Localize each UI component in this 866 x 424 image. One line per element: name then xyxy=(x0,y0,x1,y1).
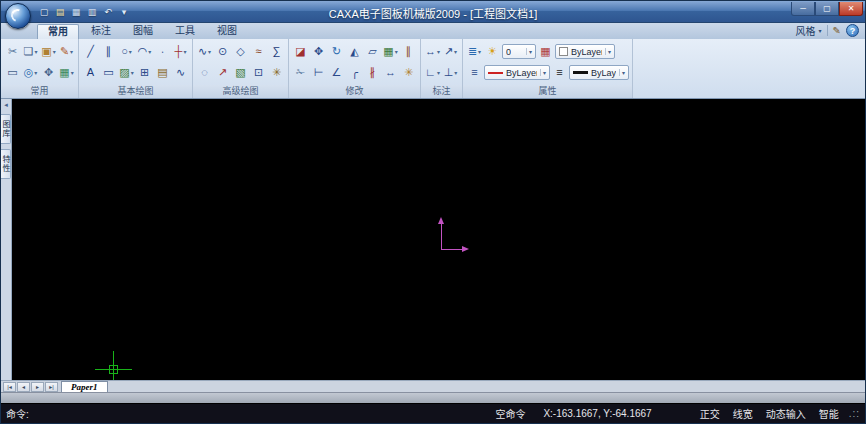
linetype-button[interactable]: ≡ xyxy=(466,63,483,82)
datum-dropdown-icon: ▾ xyxy=(454,69,457,76)
polyline-button[interactable]: ∿ xyxy=(172,63,189,82)
ucs-y-axis xyxy=(441,223,442,249)
table-icon: ⊞ xyxy=(140,67,149,78)
arc-dropdown-icon: ▾ xyxy=(148,48,151,55)
arrow-button[interactable]: ↗ xyxy=(214,63,231,82)
text-button[interactable]: A xyxy=(82,63,99,82)
arc-button[interactable]: ◠▾ xyxy=(136,42,153,61)
hatch-button[interactable]: ▨▾ xyxy=(118,63,135,82)
color-combo[interactable]: ByLayer▾ xyxy=(555,44,615,59)
help-button[interactable]: ? xyxy=(846,24,859,37)
block-button[interactable]: ▤ xyxy=(154,63,171,82)
leader-button[interactable]: ↗▾ xyxy=(442,42,459,61)
print-button[interactable]: ▥ xyxy=(85,4,99,19)
layer-combo[interactable]: 0▾ xyxy=(502,44,536,59)
first-sheet-button[interactable]: |◂ xyxy=(3,382,16,392)
prev-sheet-button[interactable]: ◂ xyxy=(17,382,30,392)
cut-button[interactable]: ✂ xyxy=(4,42,21,61)
next-sheet-button[interactable]: ▸ xyxy=(31,382,44,392)
scale-button[interactable]: ▱ xyxy=(364,42,381,61)
panel-collapse-icon[interactable]: ◂ xyxy=(4,101,8,109)
ribbon-tab-标注[interactable]: 标注 xyxy=(81,24,121,39)
centerline-button[interactable]: ┼▾ xyxy=(172,42,189,61)
mirror-button[interactable]: ◭ xyxy=(346,42,363,61)
copy-button[interactable]: ❏▾ xyxy=(22,42,39,61)
contour-icon: ◌ xyxy=(201,67,208,78)
zoom-button[interactable]: ◎▾ xyxy=(22,63,39,82)
offset-button[interactable]: ∥ xyxy=(400,42,417,61)
ole-object-button[interactable]: ⊡ xyxy=(250,63,267,82)
qat-menu-button[interactable]: ▾ xyxy=(117,4,131,19)
datum-button[interactable]: ⊥▾ xyxy=(442,63,459,82)
stretch-button[interactable]: ↔ xyxy=(382,63,399,82)
polygon-button[interactable]: ◇ xyxy=(232,42,249,61)
chamfer-button[interactable]: ∠ xyxy=(328,63,345,82)
centerline-dropdown-icon: ▾ xyxy=(183,48,186,55)
erase-button[interactable]: ◪ xyxy=(292,42,309,61)
drawing-canvas[interactable] xyxy=(12,99,865,380)
undo-button[interactable]: ↶ xyxy=(101,4,115,19)
close-button[interactable]: ✕ xyxy=(839,2,863,16)
pan-button[interactable]: ✥ xyxy=(40,63,57,82)
trim-icon: ✁ xyxy=(296,67,305,78)
break-button[interactable]: ∦ xyxy=(364,63,381,82)
parallel-line-button[interactable]: ∥ xyxy=(100,42,117,61)
status-toggle-智能[interactable]: 智能 xyxy=(819,406,839,421)
move-button[interactable]: ✥ xyxy=(310,42,327,61)
layer-bulb-button[interactable]: ☀ xyxy=(484,42,501,61)
linetype-combo[interactable]: ByLayer▾ xyxy=(484,65,550,80)
group-row: ╱∥○▾◠▾∙┼▾ xyxy=(82,42,189,61)
spline-button[interactable]: ∿▾ xyxy=(196,42,213,61)
rectangle-button[interactable]: ▭ xyxy=(100,63,117,82)
maximize-button[interactable]: ▢ xyxy=(815,2,839,16)
new-button[interactable]: ▢ xyxy=(37,4,51,19)
rotate-button[interactable]: ↻ xyxy=(328,42,345,61)
lineweight-button[interactable]: ≡ xyxy=(551,63,568,82)
circle-button[interactable]: ○▾ xyxy=(118,42,135,61)
line-button[interactable]: ╱ xyxy=(82,42,99,61)
side-tab-特性[interactable]: 特性 xyxy=(1,149,11,179)
group-row: A▭▨▾⊞▤∿ xyxy=(82,63,189,82)
sheet-tab-Paper1[interactable]: Paper1 xyxy=(61,381,108,393)
ribbon-tab-视图[interactable]: 视图 xyxy=(207,24,247,39)
format-brush-button[interactable]: ✎▾ xyxy=(58,42,75,61)
select-button[interactable]: ▭ xyxy=(4,63,21,82)
point-button[interactable]: ∙ xyxy=(154,42,171,61)
display-button[interactable]: ▦▾ xyxy=(58,63,75,82)
image-button[interactable]: ▧ xyxy=(232,63,249,82)
wave-line-button[interactable]: ≈ xyxy=(250,42,267,61)
status-toggle-正交[interactable]: 正交 xyxy=(700,406,720,421)
resize-grip[interactable]: .:: xyxy=(849,408,860,419)
style-dropdown[interactable]: 风格 ▾ xyxy=(796,23,822,38)
ribbon-tab-工具[interactable]: 工具 xyxy=(165,24,205,39)
app-menu-button[interactable] xyxy=(5,3,31,29)
coordinate-dimension-button[interactable]: ∟▾ xyxy=(424,63,441,82)
color-palette-button[interactable]: ▦ xyxy=(537,42,554,61)
status-toggle-动态输入[interactable]: 动态输入 xyxy=(766,406,806,421)
extend-button[interactable]: ⊢ xyxy=(310,63,327,82)
ribbon-tab-图幅[interactable]: 图幅 xyxy=(123,24,163,39)
side-tab-图库[interactable]: 图库 xyxy=(1,114,11,144)
coordinate-dimension-icon: ∟ xyxy=(425,67,436,78)
status-toggle-线宽[interactable]: 线宽 xyxy=(733,406,753,421)
explode-button[interactable]: ✳ xyxy=(400,63,417,82)
paste-button[interactable]: ▣▾ xyxy=(40,42,57,61)
lineweight-combo[interactable]: ByLayer▾ xyxy=(569,65,629,80)
last-sheet-button[interactable]: ▸| xyxy=(45,382,58,392)
open-button[interactable]: ▤ xyxy=(53,4,67,19)
decoration-button[interactable]: ✳ xyxy=(268,63,285,82)
minimize-button[interactable]: ─ xyxy=(791,2,815,16)
ellipse-button[interactable]: ⊙ xyxy=(214,42,231,61)
dimension-button[interactable]: ↔▾ xyxy=(424,42,441,61)
formula-button[interactable]: ∑ xyxy=(268,42,285,61)
style-edit-icon[interactable]: ✎ xyxy=(833,25,841,36)
array-icon: ▦ xyxy=(383,46,393,57)
table-button[interactable]: ⊞ xyxy=(136,63,153,82)
ribbon-tab-常用[interactable]: 常用 xyxy=(37,24,79,39)
trim-button[interactable]: ✁ xyxy=(292,63,309,82)
fillet-button[interactable]: ╭ xyxy=(346,63,363,82)
save-button[interactable]: ▦ xyxy=(69,4,83,19)
layer-button[interactable]: ≣▾ xyxy=(466,42,483,61)
array-button[interactable]: ▦▾ xyxy=(382,42,399,61)
contour-button[interactable]: ◌ xyxy=(196,63,213,82)
